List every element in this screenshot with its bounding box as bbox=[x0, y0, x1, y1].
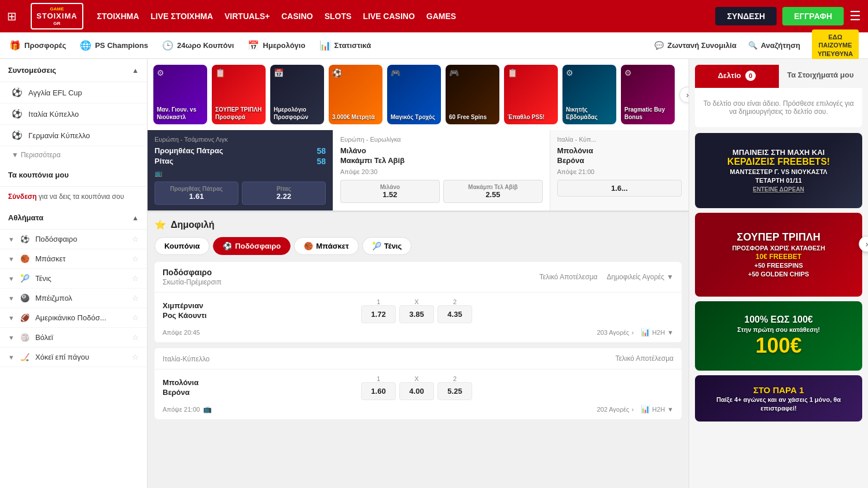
subnav-24h[interactable]: 🕒 24ωρο Κουπόνι bbox=[162, 40, 234, 51]
tab-soccer[interactable]: ⚽ Ποδόσφαιρο bbox=[213, 237, 290, 255]
sport-item-tennis[interactable]: ▼ 🎾 Τένις ☆ bbox=[0, 269, 147, 289]
chevron-up-icon: ▲ bbox=[132, 214, 139, 222]
popular-header: ⭐ Δημοφιλή bbox=[155, 219, 682, 230]
promo-card-1[interactable]: 📋 ΣΟΥΠΕΡ ΤΡΙΠΛΗ Προσφορά bbox=[212, 65, 266, 124]
login-button[interactable]: ΣΥΝΔΕΣΗ bbox=[715, 7, 777, 25]
sport-item-soccer[interactable]: ▼ ⚽ Ποδόσφαιρο ☆ bbox=[0, 230, 147, 249]
tab-basketball[interactable]: 🏀 Μπάσκετ bbox=[294, 237, 359, 255]
sport-section-header-1: Ιταλία-Κύπελλο Τελικό Αποτέλεσμα bbox=[155, 348, 682, 369]
match-odds-0: Προμηθέας Πάτρας 1.61 Ρίτας 2.22 bbox=[155, 182, 326, 205]
search-button[interactable]: 🔍 Αναζήτηση bbox=[748, 41, 800, 50]
match-odd-btn-away[interactable]: Μακάμπι Τελ Αβίβ 2.55 bbox=[443, 180, 543, 203]
soccer-icon: ⚽ bbox=[12, 109, 23, 119]
grid-icon[interactable]: ⊞ bbox=[7, 9, 17, 23]
star-icon: ⭐ bbox=[155, 219, 166, 230]
tab-tennis[interactable]: 🎾 Τένις bbox=[362, 237, 411, 255]
nav-link-virtuals[interactable]: VIRTUALS+ bbox=[225, 12, 270, 21]
carousel-next-arrow[interactable]: › bbox=[679, 87, 689, 103]
match-league-2: Ιταλία - Κύπ... bbox=[557, 136, 682, 143]
promo-card-4[interactable]: 🎮 Μαγικός Τροχός bbox=[387, 65, 441, 124]
match-time-text: Απόψε 20:45 bbox=[163, 329, 200, 336]
sport-item-baseball[interactable]: ▼ 🎱 Μπέιζμπολ ☆ bbox=[0, 289, 147, 308]
sidebar-item-england[interactable]: ⚽ Αγγλία EFL Cup bbox=[0, 82, 147, 103]
sport-item-american-football[interactable]: ▼ 🏈 Αμερικάνικο Ποδόσ... ☆ bbox=[0, 308, 147, 328]
globe-icon: 🌐 bbox=[80, 40, 91, 51]
sports-section-header[interactable]: Αθλήματα ▲ bbox=[0, 206, 147, 230]
promo-card-2[interactable]: 📅 Ημερολόγιο Προσφορών bbox=[270, 65, 324, 124]
promo-carousel: ⚙ Μαν. Γιουν. vs Νιούκαστλ 📋 ΣΟΥΠΕΡ ΤΡΙΠ… bbox=[148, 59, 689, 130]
nav-link-games[interactable]: GAMES bbox=[426, 12, 456, 21]
subnav-champions[interactable]: 🌐 PS Champions bbox=[80, 40, 148, 51]
left-sidebar: Συντομεύσεις ▲ ⚽ Αγγλία EFL Cup ⚽ Ιταλία… bbox=[0, 59, 148, 488]
subnav-stats[interactable]: 📊 Στατιστικά bbox=[319, 40, 372, 51]
chevron-down-icon: ▼ bbox=[8, 354, 14, 361]
hamburger-menu-icon[interactable]: ☰ bbox=[849, 9, 861, 24]
promo-card-7[interactable]: ⚙ Νικητής Εβδομάδας bbox=[562, 65, 616, 124]
league-name-1: Ιταλία-Κύπελλο bbox=[163, 355, 209, 363]
banner-3[interactable]: ΣΤΟ ΠΑΡΑ 1 Παίξε 4+ αγώνες και αν χάσεις… bbox=[695, 375, 862, 422]
odd-1-btn[interactable]: 1.60 bbox=[361, 382, 396, 400]
bet-slip: Δελτίο 0 Τα Στοιχήματά μου Το δελτίο σου… bbox=[695, 65, 862, 127]
odd-2-btn[interactable]: 5.25 bbox=[437, 382, 472, 400]
odd-2-btn[interactable]: 4.35 bbox=[437, 305, 472, 323]
nav-link-slots[interactable]: SLOTS bbox=[325, 12, 352, 21]
promo-card-0[interactable]: ⚙ Μαν. Γιουν. vs Νιούκαστλ bbox=[153, 65, 207, 124]
sidebar-item-germany[interactable]: ⚽ Γερμανία Κύπελλο bbox=[0, 125, 147, 146]
odd-1-btn[interactable]: 1.72 bbox=[361, 305, 396, 323]
chevron-up-icon: ▲ bbox=[132, 66, 139, 75]
live-chat-button[interactable]: 💬 Ζωντανή Συνομιλία bbox=[654, 41, 736, 50]
popular-title: Δημοφιλή bbox=[171, 220, 214, 230]
match-odd-btn-home[interactable]: 1.6... bbox=[557, 180, 682, 197]
match-odds-1: Μιλάνο 1.52 Μακάμπι Τελ Αβίβ 2.55 bbox=[340, 180, 543, 203]
site-logo[interactable]: GAME STOIXIMA GR bbox=[31, 3, 83, 30]
sidebar-item-italy[interactable]: ⚽ Ιταλία Κύπελλο bbox=[0, 103, 147, 125]
markets-link[interactable]: 203 Αγορές › bbox=[597, 329, 634, 336]
sort-markets-button[interactable]: Δημοφιλείς Αγορές ▼ bbox=[606, 273, 674, 281]
promo-card-3[interactable]: ⚽ 3.000€ Μετρητά bbox=[329, 65, 382, 124]
nav-link-stoixima[interactable]: ΣΤΟΙΧΗΜΑ bbox=[97, 12, 139, 21]
promo-card-6[interactable]: 📋 Έπαθλο PS5! bbox=[504, 65, 558, 124]
popular-section: ⭐ Δημοφιλή Κουπόνια ⚽ Ποδόσφαιρο 🏀 Μπάσκ… bbox=[148, 212, 689, 432]
promo-card-8[interactable]: ⚙ Pragmatic Buy Bonus bbox=[621, 65, 675, 124]
sport-item-hockey[interactable]: ▼ 🏒 Χόκεϊ επί πάγου ☆ bbox=[0, 347, 147, 367]
show-more-shortcuts[interactable]: ▼ Περισσότερα bbox=[0, 146, 147, 164]
tab-coupons[interactable]: Κουπόνια bbox=[155, 237, 209, 255]
responsible-gaming-badge[interactable]: ΕΔΩΠΑΙΖΟΥΜΕΥΠΕΥΘΥΝΑ bbox=[812, 29, 859, 61]
soccer-icon: ⚽ bbox=[332, 68, 342, 77]
chevron-down-icon: ▼ bbox=[8, 295, 14, 302]
settings-icon: ⚙ bbox=[157, 68, 164, 77]
coupons-section-header[interactable]: Τα κουπόνια μου bbox=[0, 164, 147, 187]
banner-0[interactable]: ΜΠΑΙΝΕΙΣ ΣΤΗ ΜΑΧΗ ΚΑΙΚΕΡΔΙΖΕΙΣ FREEBETS!… bbox=[695, 133, 862, 208]
match-odd-btn-home[interactable]: Μιλάνο 1.52 bbox=[340, 180, 440, 203]
match-meta-1: Απόψε 21:00 📺 202 Αγορές › 📊 H2H bbox=[163, 405, 674, 413]
odds-row-0: 1 1.72 Χ 3.85 2 4.35 bbox=[361, 298, 674, 323]
sport-item-basketball[interactable]: ▼ 🏀 Μπάσκετ ☆ bbox=[0, 249, 147, 269]
match-row-top-0: Χιμπέρνιαν Ρος Κάουντι 1 1.72 Χ 3.85 bbox=[163, 298, 674, 323]
odd-x-btn[interactable]: 3.85 bbox=[399, 305, 434, 323]
promo-card-5[interactable]: 🎮 60 Free Spins bbox=[446, 65, 499, 124]
banner-1[interactable]: ΣΟΥΠΕΡ ΤΡΙΠΛΗ ΠΡΟΣΦΟΡΑ ΧΩΡΙΣ ΚΑΤΑΘΕΣΗ 10… bbox=[695, 213, 862, 297]
match-time-1: Απόψε 20:30 bbox=[340, 168, 543, 175]
star-icon: ☆ bbox=[132, 274, 139, 283]
banner-2[interactable]: 100% ΕΩΣ 100€ Στην πρώτη σου κατάθεση! 1… bbox=[695, 301, 862, 371]
odd-x-btn[interactable]: 4.00 bbox=[399, 382, 434, 400]
subnav-offers[interactable]: 🎁 Προσφορές bbox=[9, 40, 66, 51]
banner-text-2: 100% ΕΩΣ 100€ Στην πρώτη σου κατάθεση! 1… bbox=[731, 309, 826, 364]
nav-link-live[interactable]: LIVE ΣΤΟΙΧΗΜΑ bbox=[150, 12, 213, 21]
sport-item-volleyball[interactable]: ▼ 🏐 Βόλεϊ ☆ bbox=[0, 328, 147, 347]
banner-text-1: ΣΟΥΠΕΡ ΤΡΙΠΛΗ ΠΡΟΣΦΟΡΑ ΧΩΡΙΣ ΚΑΤΑΘΕΣΗ 10… bbox=[726, 225, 831, 284]
shortcuts-section-header[interactable]: Συντομεύσεις ▲ bbox=[0, 59, 147, 82]
nav-link-casino[interactable]: CASINO bbox=[281, 12, 312, 21]
tab-my-bets[interactable]: Τα Στοιχήματά μου bbox=[779, 65, 863, 88]
register-button[interactable]: ΕΓΓΡΑΦΗ bbox=[782, 7, 844, 25]
login-link[interactable]: Σύνδεση bbox=[8, 193, 36, 201]
nav-link-livecasino[interactable]: LIVE CASINO bbox=[363, 12, 414, 21]
match-teams-text-1: Μπολόνια Βερόνα bbox=[163, 378, 198, 398]
match-odd-btn-away[interactable]: Ρίτας 2.22 bbox=[242, 182, 326, 205]
chevron-right-icon: › bbox=[631, 406, 634, 413]
match-odd-btn-home[interactable]: Προμηθέας Πάτρας 1.61 bbox=[155, 182, 238, 205]
chat-icon: 💬 bbox=[654, 41, 664, 50]
markets-link[interactable]: 202 Αγορές › bbox=[597, 406, 634, 413]
subnav-calendar[interactable]: 📅 Ημερολόγιο bbox=[248, 40, 305, 51]
tab-bet-slip[interactable]: Δελτίο 0 bbox=[695, 65, 779, 88]
